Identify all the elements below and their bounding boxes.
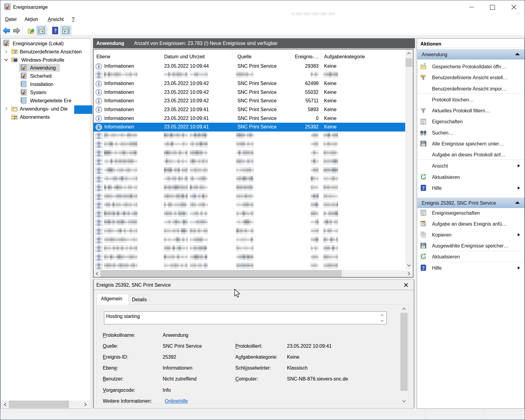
svg-text:?: ? [54,27,57,34]
